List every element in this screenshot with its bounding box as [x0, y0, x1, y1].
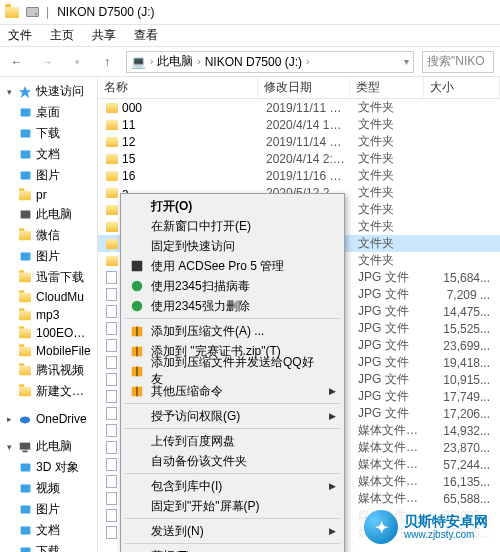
menu-view[interactable]: 查看	[134, 27, 158, 44]
folder-icon	[18, 326, 32, 340]
cell-type: 媒体文件(.m...	[352, 490, 426, 507]
context-menu-item[interactable]: 在新窗口中打开(E)	[123, 216, 342, 236]
menu-file[interactable]: 文件	[8, 27, 32, 44]
context-menu-label: 打开(O)	[151, 198, 192, 215]
sidebar-item[interactable]: 微信	[0, 225, 97, 246]
context-menu-item[interactable]: 包含到库中(I)▶	[123, 476, 342, 496]
sidebar-item-label: CloudMu	[36, 290, 93, 304]
context-menu-item[interactable]: 打开(O)	[123, 196, 342, 216]
cell-date: 2019/11/16 12:...	[260, 169, 352, 183]
svg-rect-25	[136, 367, 138, 377]
cell-date: 2019/11/14 14:...	[260, 135, 352, 149]
column-date[interactable]: 修改日期	[258, 77, 350, 98]
context-menu-item[interactable]: 剪切(T)	[123, 546, 342, 552]
sidebar-item-label: 迅雷下载	[36, 269, 93, 286]
context-menu-item[interactable]: 发送到(N)▶	[123, 521, 342, 541]
context-menu-item[interactable]: 固定到快速访问	[123, 236, 342, 256]
cell-type: JPG 文件	[352, 286, 426, 303]
context-menu: 打开(O)在新窗口中打开(E)固定到快速访问使用 ACDSee Pro 5 管理…	[120, 193, 345, 552]
context-menu-item[interactable]: 添加到压缩文件并发送给QQ好友	[123, 361, 342, 381]
cell-date: 2019/11/11 12...	[260, 101, 352, 115]
sidebar-item[interactable]: 视频	[0, 478, 97, 499]
sidebar-item[interactable]: 文档	[0, 144, 97, 165]
sidebar-item[interactable]: MobileFile	[0, 342, 97, 360]
nav-up-button[interactable]: ↑	[96, 51, 118, 73]
context-menu-item[interactable]: 自动备份该文件夹	[123, 451, 342, 471]
context-menu-item[interactable]: 其他压缩命令▶	[123, 381, 342, 401]
sidebar-item[interactable]: 3D 对象	[0, 457, 97, 478]
breadcrumb[interactable]: 💻 › 此电脑 › NIKON D7500 (J:) › ▾	[126, 51, 414, 73]
watermark: ✦ 贝斯特安卓网 www.zjbsty.com	[356, 506, 496, 548]
sidebar-item[interactable]: 桌面	[0, 102, 97, 123]
context-menu-item[interactable]: 使用2345扫描病毒	[123, 276, 342, 296]
context-menu-item[interactable]: 使用2345强力删除	[123, 296, 342, 316]
file-icon	[106, 458, 117, 471]
table-row[interactable]: 162019/11/16 12:...文件夹	[98, 167, 500, 184]
cell-type: 媒体文件(.m...	[352, 473, 426, 490]
file-icon	[106, 356, 117, 369]
chevron-down-icon[interactable]: ▾	[404, 56, 409, 67]
onedrive-header[interactable]: ▸OneDrive	[0, 410, 97, 428]
sidebar-item[interactable]: 迅雷下载	[0, 267, 97, 288]
context-menu-item[interactable]: 授予访问权限(G)▶	[123, 406, 342, 426]
folder-icon	[18, 188, 32, 202]
cell-size: 17,749...	[426, 390, 500, 404]
sidebar-item[interactable]: 100EOS5D	[0, 324, 97, 342]
context-menu-label: 上传到百度网盘	[151, 433, 235, 450]
column-size[interactable]: 大小	[424, 77, 500, 98]
sidebar-item[interactable]: pr	[0, 186, 97, 204]
sidebar-item[interactable]: 新建文件夹	[0, 381, 97, 402]
sidebar-item[interactable]: mp3	[0, 306, 97, 324]
folder-icon	[18, 308, 32, 322]
table-row[interactable]: 122019/11/14 14:...文件夹	[98, 133, 500, 150]
menu-separator	[125, 428, 340, 429]
folder-icon	[18, 290, 32, 304]
breadcrumb-thispc[interactable]: 此电脑	[157, 53, 193, 70]
sidebar-item[interactable]: 下载	[0, 123, 97, 144]
context-menu-item[interactable]: 添加到压缩文件(A) ...	[123, 321, 342, 341]
table-row[interactable]: 152020/4/14 2:39文件夹	[98, 150, 500, 167]
menu-separator	[125, 543, 340, 544]
column-type[interactable]: 类型	[350, 77, 424, 98]
sidebar-item[interactable]: 图片	[0, 499, 97, 520]
folder-icon	[106, 171, 118, 181]
qat-separator: |	[46, 5, 49, 19]
desktop-icon	[18, 106, 32, 120]
context-menu-label: 添加到压缩文件(A) ...	[151, 323, 264, 340]
table-row[interactable]: 112020/4/14 13:33文件夹	[98, 116, 500, 133]
sidebar-item-label: 新建文件夹	[36, 383, 93, 400]
sidebar-item[interactable]: 下载	[0, 541, 97, 552]
menu-home[interactable]: 主页	[50, 27, 74, 44]
svg-rect-8	[20, 442, 31, 449]
nav-forward-button[interactable]: →	[36, 51, 58, 73]
search-input[interactable]: 搜索"NIKO	[422, 51, 494, 73]
context-menu-item[interactable]: 使用 ACDSee Pro 5 管理	[123, 256, 342, 276]
context-menu-item[interactable]: 固定到"开始"屏幕(P)	[123, 496, 342, 516]
sidebar-item[interactable]: 图片	[0, 165, 97, 186]
breadcrumb-drive[interactable]: NIKON D7500 (J:)	[205, 55, 302, 69]
nav-history-dropdown[interactable]: ▾	[66, 51, 88, 73]
svg-rect-4	[20, 171, 30, 179]
quick-access-header[interactable]: ▾快速访问	[0, 81, 97, 102]
menu-share[interactable]: 共享	[92, 27, 116, 44]
folder-icon	[106, 103, 118, 113]
sidebar-item[interactable]: 文档	[0, 520, 97, 541]
sidebar-item[interactable]: 图片	[0, 246, 97, 267]
context-menu-item[interactable]: 上传到百度网盘	[123, 431, 342, 451]
documents-icon	[18, 148, 32, 162]
sidebar-item[interactable]: 腾讯视频	[0, 360, 97, 381]
cell-size: 14,475...	[426, 305, 500, 319]
table-row[interactable]: 0002019/11/11 12...文件夹	[98, 99, 500, 116]
cell-type: 文件夹	[352, 218, 426, 235]
file-icon	[106, 373, 117, 386]
sidebar-item[interactable]: 此电脑	[0, 204, 97, 225]
nav-back-button[interactable]: ←	[6, 51, 28, 73]
sidebar-item-label: 文档	[36, 522, 93, 539]
sidebar-item[interactable]: CloudMu	[0, 288, 97, 306]
shield-icon	[129, 298, 145, 314]
column-name[interactable]: 名称	[98, 77, 258, 98]
this-pc-header[interactable]: ▾此电脑	[0, 436, 97, 457]
file-icon	[106, 390, 117, 403]
sidebar-item-label: mp3	[36, 308, 93, 322]
svg-point-7	[20, 416, 31, 423]
